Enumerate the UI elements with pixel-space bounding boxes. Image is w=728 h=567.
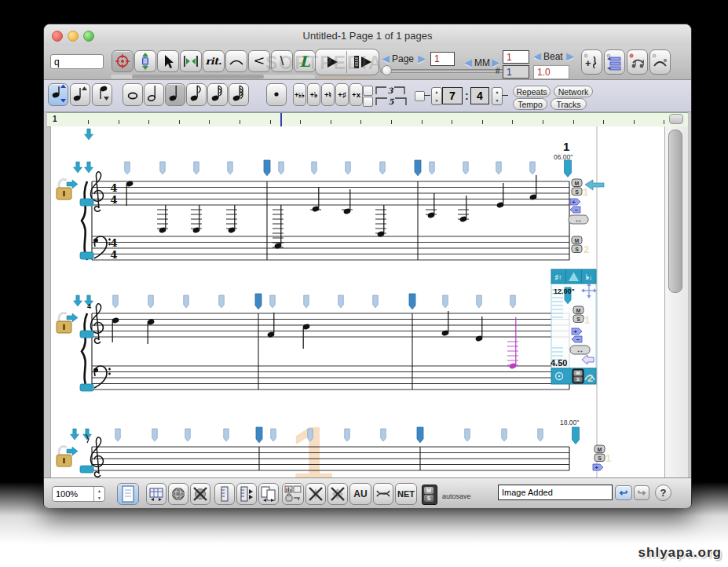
audio-units-button[interactable]: AU [349, 483, 371, 505]
page-slider-knob[interactable] [382, 65, 392, 75]
slur-notes-button[interactable] [649, 49, 671, 75]
meter-num-stepper[interactable]: ▲▼ [431, 87, 442, 105]
palette-scrollbar[interactable] [111, 75, 315, 79]
beat-marker[interactable] [194, 162, 199, 174]
beat-marker[interactable] [185, 429, 191, 441]
score-page[interactable]: 14444106.00"MS1+−↔MS24♯↑♭↓12.00"MS1+−↔MS… [50, 126, 666, 477]
line-tool-button[interactable]: \ [271, 50, 293, 72]
voice-list-button[interactable] [604, 49, 625, 75]
beat-marker[interactable] [415, 160, 421, 176]
target-tool-button[interactable] [112, 50, 134, 72]
spacing-tool-button[interactable] [134, 50, 156, 72]
lyric-tool-button[interactable]: L [294, 50, 316, 72]
vertical-scrollbar[interactable] [664, 126, 688, 477]
meter-denominator-field[interactable]: 4 [470, 87, 489, 104]
staff-handle[interactable] [80, 252, 93, 259]
repeats-button[interactable]: Repeats [513, 86, 551, 97]
beat-marker[interactable] [184, 295, 189, 308]
ruler[interactable]: 1 [47, 112, 688, 127]
page-slider-track[interactable] [380, 69, 506, 73]
beat-marker[interactable] [308, 429, 313, 441]
insert-arrow[interactable] [85, 162, 93, 173]
swap-pages-button[interactable] [258, 483, 279, 505]
tempo-button[interactable]: Tempo [513, 98, 547, 110]
beat-marker[interactable] [264, 160, 270, 176]
ruler-shift-button[interactable] [236, 483, 257, 505]
measure-width-tool-button[interactable] [180, 50, 202, 72]
beat-marker[interactable] [224, 429, 229, 441]
playhead-caret[interactable] [280, 113, 282, 126]
crescendo-tool-button[interactable]: < [248, 50, 270, 72]
beat-marker[interactable] [304, 295, 309, 308]
double-flat-button[interactable]: +♭♭ [293, 83, 306, 106]
beat-marker[interactable] [477, 295, 482, 308]
beat-marker[interactable] [152, 429, 158, 441]
status-input[interactable] [498, 485, 613, 500]
unlock-arrow[interactable] [67, 313, 78, 322]
tuplet5-checkbox[interactable] [363, 97, 373, 107]
select-tool-button[interactable] [157, 50, 179, 72]
insert-arrow[interactable] [71, 429, 79, 440]
stem-flip-button[interactable] [48, 83, 68, 106]
stem-up-button[interactable] [70, 83, 90, 106]
staff-handle[interactable] [80, 199, 93, 206]
beat-next-button[interactable]: ▶ [566, 50, 574, 62]
palette-scrollbar-thumb[interactable] [132, 75, 264, 79]
undo-button[interactable]: ↩ [615, 485, 632, 500]
beat-prev-button[interactable]: ◀ [533, 50, 541, 62]
network-audio-button[interactable]: NET [395, 483, 417, 505]
page-next-button[interactable]: ▶ [418, 53, 426, 64]
beat-marker[interactable] [219, 295, 225, 308]
beat-marker[interactable] [115, 429, 121, 441]
beat-marker[interactable] [502, 429, 507, 441]
beat-marker[interactable] [530, 162, 536, 174]
beat-marker[interactable] [271, 429, 276, 441]
ritardando-tool-button[interactable]: rit. [203, 50, 225, 72]
title-bar[interactable]: Untitled-1 Page 1 of 1 pages [44, 24, 691, 47]
meter-den-stepper[interactable]: ▲▼ [492, 87, 503, 105]
page-prev-button[interactable]: ◀ [382, 53, 390, 64]
tracks-button[interactable]: Tracks [551, 98, 587, 110]
add-rest-button[interactable]: + [581, 49, 602, 75]
whole-note-button[interactable] [123, 83, 143, 106]
beat-marker[interactable] [346, 162, 351, 174]
disable-effects-button[interactable] [327, 483, 348, 505]
disable-tool-button[interactable] [305, 483, 326, 505]
beat-marker[interactable] [148, 295, 154, 308]
play-from-list-button[interactable] [349, 51, 378, 73]
mixer-lock-button[interactable] [282, 483, 304, 505]
mm-field[interactable]: 1 [503, 50, 529, 64]
slur-tool-button[interactable] [225, 50, 247, 72]
master-solo[interactable]: S [424, 495, 434, 502]
staff-handle[interactable] [80, 466, 93, 473]
mm-prev-button[interactable]: ◀ [464, 57, 472, 68]
quarter-note-button[interactable] [165, 83, 185, 106]
beat-marker[interactable] [538, 429, 543, 441]
zoom-select[interactable]: 100% ▲▼ [52, 486, 105, 502]
beat-marker[interactable] [113, 295, 119, 308]
staff-handle[interactable] [80, 384, 93, 391]
beat-marker[interactable] [312, 162, 317, 174]
beat-marker[interactable] [228, 162, 233, 174]
master-mute[interactable]: M [424, 487, 434, 494]
zoom-stepper[interactable]: ▲▼ [93, 487, 104, 501]
beat-marker[interactable] [279, 162, 284, 174]
beat-marker[interactable] [380, 162, 386, 174]
tool-shortcut-input[interactable]: q [50, 54, 104, 69]
master-mute-solo-button[interactable]: M S [422, 485, 437, 505]
play-button[interactable] [318, 51, 347, 73]
beat-marker[interactable] [443, 295, 448, 308]
midi-sphere-button[interactable] [168, 483, 188, 505]
tie-notes-button[interactable] [627, 49, 648, 75]
stem-down-button[interactable] [92, 83, 112, 106]
beat-marker[interactable] [463, 162, 469, 174]
eighth-note-button[interactable] [186, 83, 207, 106]
unlock-arrow[interactable] [67, 180, 78, 188]
beat-field[interactable]: 1.0 [533, 65, 569, 79]
beat-marker[interactable] [270, 295, 276, 308]
beat-marker[interactable] [565, 160, 572, 177]
beat-marker[interactable] [417, 427, 423, 443]
layout-grid-button[interactable] [146, 483, 166, 505]
beat-marker[interactable] [345, 429, 350, 441]
beat-marker[interactable] [160, 162, 166, 174]
